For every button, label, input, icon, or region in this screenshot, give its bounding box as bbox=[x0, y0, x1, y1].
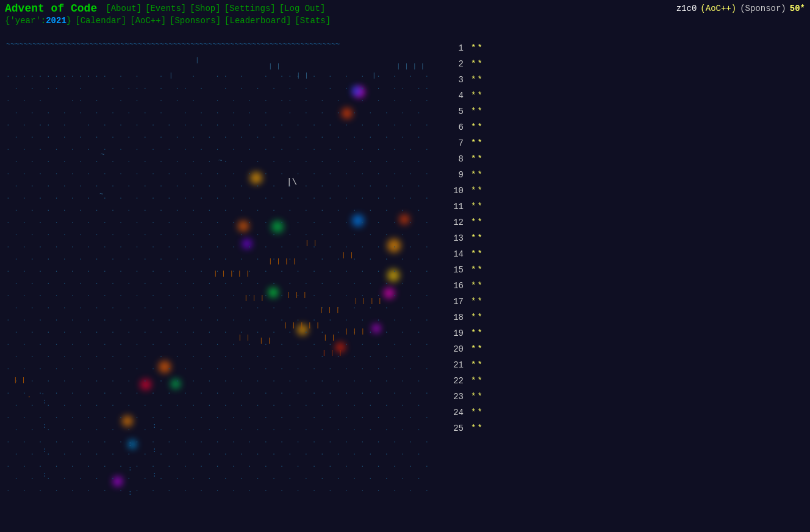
day-number: 1 bbox=[445, 43, 464, 53]
day-row[interactable]: 4** bbox=[445, 88, 798, 104]
day-row[interactable]: 20** bbox=[445, 341, 798, 357]
calendar-area: ~~~~~~~~~~~~~~~~~~~~~~~~~~~~~~~~~~~~~~~~… bbox=[0, 34, 433, 495]
day-stars: ** bbox=[471, 186, 484, 196]
day-number: 22 bbox=[445, 376, 464, 386]
day-number: 6 bbox=[445, 122, 464, 132]
day-stars: ** bbox=[471, 202, 484, 211]
day-stars: ** bbox=[471, 297, 484, 307]
day-number: 23 bbox=[445, 392, 464, 402]
day-number: 15 bbox=[445, 265, 464, 275]
aocpp-badge[interactable]: (AoC++) bbox=[700, 4, 736, 13]
day-stars: ** bbox=[471, 328, 484, 338]
day-stars: ** bbox=[471, 281, 484, 291]
day-number: 25 bbox=[445, 424, 464, 433]
day-number: 19 bbox=[445, 328, 464, 338]
day-number: 16 bbox=[445, 281, 464, 291]
day-number: 2 bbox=[445, 59, 464, 69]
day-stars: ** bbox=[471, 170, 484, 180]
day-row[interactable]: 19** bbox=[445, 325, 798, 341]
tilde-row: ~~~~~~~~~~~~~~~~~~~~~~~~~~~~~~~~~~~~~~~~… bbox=[6, 40, 427, 49]
day-stars: ** bbox=[471, 59, 484, 69]
day-stars: ** bbox=[471, 265, 484, 275]
day-row[interactable]: 25** bbox=[445, 420, 798, 436]
sponsor-link[interactable]: (Sponsor) bbox=[740, 4, 786, 13]
nav-leaderboard[interactable]: [Leaderboard] bbox=[224, 16, 291, 26]
day-row[interactable]: 22** bbox=[445, 373, 798, 389]
nav-events[interactable]: [Events] bbox=[145, 4, 186, 13]
day-row[interactable]: 10** bbox=[445, 183, 798, 199]
day-row[interactable]: 16** bbox=[445, 278, 798, 294]
day-number: 4 bbox=[445, 91, 464, 101]
day-row[interactable]: 13** bbox=[445, 230, 798, 246]
nav-aocpp[interactable]: [AoC++] bbox=[130, 16, 166, 26]
nav-settings[interactable]: [Settings] bbox=[224, 4, 276, 13]
day-number: 11 bbox=[445, 202, 464, 211]
day-row[interactable]: 23** bbox=[445, 389, 798, 405]
day-number: 18 bbox=[445, 313, 464, 322]
day-row[interactable]: 15** bbox=[445, 262, 798, 278]
day-stars: ** bbox=[471, 218, 484, 227]
day-number: 10 bbox=[445, 186, 464, 196]
day-row[interactable]: 9** bbox=[445, 167, 798, 183]
day-stars: ** bbox=[471, 138, 484, 148]
stars-count: 50* bbox=[790, 4, 805, 13]
day-stars: ** bbox=[471, 43, 484, 53]
day-row[interactable]: 24** bbox=[445, 405, 798, 420]
day-row[interactable]: 5** bbox=[445, 104, 798, 119]
day-row[interactable]: 3** bbox=[445, 72, 798, 88]
day-number: 17 bbox=[445, 297, 464, 307]
day-row[interactable]: 18** bbox=[445, 310, 798, 325]
nav-stats[interactable]: [Stats] bbox=[295, 16, 331, 26]
day-number: 5 bbox=[445, 107, 464, 116]
nav-shop[interactable]: [Shop] bbox=[190, 4, 220, 13]
nav-about[interactable]: [About] bbox=[106, 4, 142, 13]
day-number: 21 bbox=[445, 360, 464, 370]
day-number: 12 bbox=[445, 218, 464, 227]
day-stars: ** bbox=[471, 233, 484, 243]
day-stars: ** bbox=[471, 344, 484, 354]
day-number: 8 bbox=[445, 154, 464, 164]
day-stars: ** bbox=[471, 249, 484, 259]
day-row[interactable]: 2** bbox=[445, 56, 798, 72]
day-number: 20 bbox=[445, 344, 464, 354]
day-stars: ** bbox=[471, 91, 484, 101]
day-number: 24 bbox=[445, 408, 464, 417]
nav-logout[interactable]: [Log Out] bbox=[279, 4, 326, 13]
day-row[interactable]: 11** bbox=[445, 199, 798, 215]
day-row[interactable]: 7** bbox=[445, 135, 798, 151]
day-row[interactable]: 17** bbox=[445, 294, 798, 310]
day-number: 7 bbox=[445, 138, 464, 148]
day-stars: ** bbox=[471, 313, 484, 322]
day-number: 9 bbox=[445, 170, 464, 180]
day-stars: ** bbox=[471, 392, 484, 402]
day-number: 13 bbox=[445, 233, 464, 243]
nav-calendar[interactable]: [Calendar] bbox=[75, 16, 126, 26]
day-stars: ** bbox=[471, 154, 484, 164]
day-stars: ** bbox=[471, 408, 484, 417]
stars-list: 1**2**3**4**5**6**7**8**9**10**11**12**1… bbox=[433, 34, 810, 495]
day-row[interactable]: 21** bbox=[445, 357, 798, 373]
day-row[interactable]: 12** bbox=[445, 215, 798, 230]
day-stars: ** bbox=[471, 360, 484, 370]
site-title: Advent of Code bbox=[5, 2, 97, 15]
nav-sponsors[interactable]: [Sponsors] bbox=[170, 16, 221, 26]
day-stars: ** bbox=[471, 75, 484, 85]
day-row[interactable]: 6** bbox=[445, 119, 798, 135]
day-stars: ** bbox=[471, 107, 484, 116]
year-badge: {'year':2021} bbox=[5, 16, 71, 26]
day-stars: ** bbox=[471, 424, 484, 433]
username: z1c0 bbox=[676, 4, 697, 13]
day-row[interactable]: 14** bbox=[445, 246, 798, 262]
day-number: 3 bbox=[445, 75, 464, 85]
ascii-art: . . . . . . . . . . . . . . . . . . . . … bbox=[6, 50, 433, 495]
day-stars: ** bbox=[471, 376, 484, 386]
day-row[interactable]: 8** bbox=[445, 151, 798, 167]
day-stars: ** bbox=[471, 122, 484, 132]
day-number: 14 bbox=[445, 249, 464, 259]
day-row[interactable]: 1** bbox=[445, 40, 798, 56]
